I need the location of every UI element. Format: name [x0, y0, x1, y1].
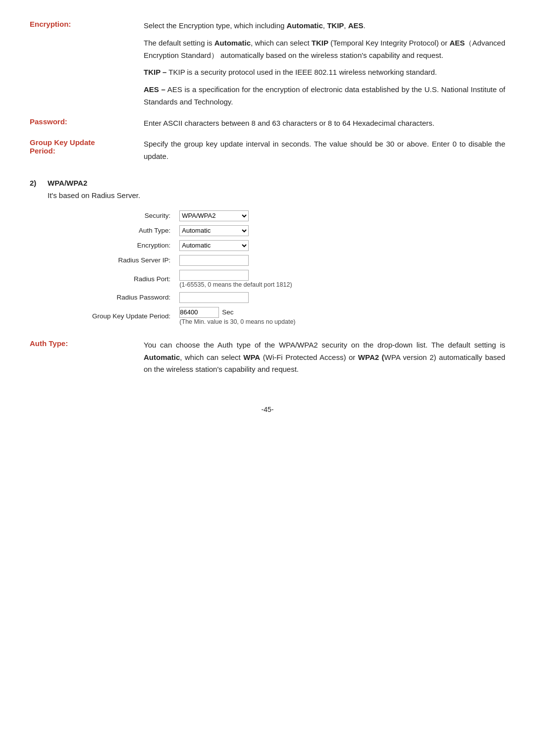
section2-number: 2): [30, 179, 48, 187]
radius-port-label: Radius Port:: [89, 268, 176, 290]
group-key-unit: Sec: [222, 308, 233, 316]
encryption-para1: Select the Encryption type, which includ…: [144, 20, 505, 32]
auth-type-row: Auth Type: Automatic: [89, 223, 299, 238]
encryption-para4: AES – AES is a specification for the enc…: [144, 84, 505, 108]
encryption-para2: The default setting is Automatic, which …: [144, 37, 505, 62]
group-key-content: Specify the group key update interval in…: [144, 138, 505, 163]
radius-port-row: Radius Port: (1-65535, 0 means the defau…: [89, 268, 299, 290]
password-label: Password:: [30, 117, 144, 130]
auth-type-section: Auth Type: You can choose the Auth type …: [30, 339, 505, 376]
radius-server-ip-cell: [176, 253, 298, 268]
group-key-update-input[interactable]: [179, 307, 219, 318]
radius-based-text: It's based on Radius Server.: [48, 191, 505, 200]
group-key-update-label: Group Key Update Period:: [89, 305, 176, 327]
group-key-label-line1: Group Key Update: [30, 138, 95, 147]
auth-type-text: You can choose the Auth type of the WPA/…: [144, 339, 505, 376]
radius-server-ip-input[interactable]: [179, 255, 249, 266]
security-field-label: Security:: [89, 208, 176, 223]
form-table: Security: WPA/WPA2 Auth Type: Automatic …: [89, 208, 299, 327]
group-key-update-row: Group Key Update Period: Sec (The Min. v…: [89, 305, 299, 327]
encryption-row: Encryption: Automatic: [89, 238, 299, 253]
security-select[interactable]: WPA/WPA2: [179, 210, 249, 221]
group-key-hint: (The Min. value is 30, 0 means no update…: [179, 318, 295, 325]
encryption-label: Encryption:: [30, 20, 144, 108]
group-key-section: Group Key Update Period: Specify the gro…: [30, 138, 505, 163]
encryption-select[interactable]: Automatic: [179, 240, 249, 251]
group-key-val-row: Sec: [179, 307, 295, 318]
wpa-wpa2-form: Security: WPA/WPA2 Auth Type: Automatic …: [89, 208, 505, 327]
encryption-field-label: Encryption:: [89, 238, 176, 253]
password-section: Password: Enter ASCII characters between…: [30, 117, 505, 130]
radius-port-cell: (1-65535, 0 means the default port 1812): [176, 268, 298, 290]
encryption-field-cell: Automatic: [176, 238, 298, 253]
auth-type-field-label: Auth Type:: [89, 223, 176, 238]
encryption-para3: TKIP – TKIP is a security protocol used …: [144, 66, 505, 79]
auth-type-field-cell: Automatic: [176, 223, 298, 238]
security-row: Security: WPA/WPA2: [89, 208, 299, 223]
radius-password-input[interactable]: [179, 292, 249, 303]
radius-password-cell: [176, 290, 298, 305]
section2-heading: 2) WPA/WPA2: [30, 179, 505, 187]
section2-title: WPA/WPA2: [48, 179, 87, 187]
group-key-label-col: Group Key Update Period:: [30, 138, 144, 163]
radius-password-label: Radius Password:: [89, 290, 176, 305]
group-key-update-cell: Sec (The Min. value is 30, 0 means no up…: [176, 305, 298, 327]
page-number: -45-: [30, 405, 505, 413]
auth-type-label: Auth Type:: [30, 339, 144, 376]
auth-type-content: You can choose the Auth type of the WPA/…: [144, 339, 505, 376]
auth-type-select[interactable]: Automatic: [179, 225, 249, 236]
radius-port-hint: (1-65535, 0 means the default port 1812): [179, 281, 292, 288]
radius-password-row: Radius Password:: [89, 290, 299, 305]
encryption-content: Select the Encryption type, which includ…: [144, 20, 505, 108]
radius-port-input[interactable]: [179, 270, 249, 281]
encryption-section: Encryption: Select the Encryption type, …: [30, 20, 505, 108]
password-content: Enter ASCII characters between 8 and 63 …: [144, 117, 505, 130]
radius-server-ip-row: Radius Server IP:: [89, 253, 299, 268]
radius-server-ip-label: Radius Server IP:: [89, 253, 176, 268]
group-key-text: Specify the group key update interval in…: [144, 138, 505, 163]
group-key-label-line2: Period:: [30, 147, 55, 155]
security-field-cell: WPA/WPA2: [176, 208, 298, 223]
password-text: Enter ASCII characters between 8 and 63 …: [144, 117, 505, 130]
